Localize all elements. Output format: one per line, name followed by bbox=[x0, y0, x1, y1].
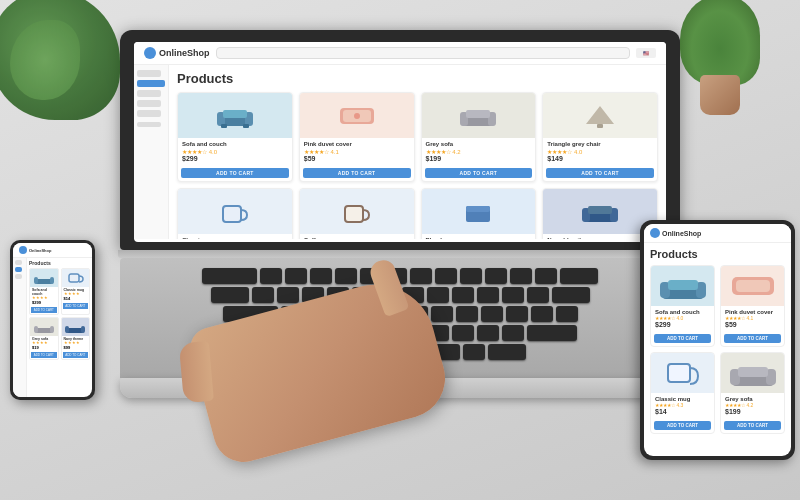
key-4[interactable] bbox=[335, 268, 357, 284]
phone-shop-ui: OnlineShop Products bbox=[13, 243, 92, 397]
key-9[interactable] bbox=[460, 268, 482, 284]
key-ctrl-r[interactable] bbox=[488, 344, 526, 360]
key-k[interactable] bbox=[456, 306, 478, 322]
key-j[interactable] bbox=[431, 306, 453, 322]
svg-rect-30 bbox=[34, 326, 38, 333]
svg-rect-38 bbox=[668, 280, 698, 290]
svg-rect-24 bbox=[588, 206, 612, 214]
svg-point-8 bbox=[354, 113, 360, 119]
laptop-add-cart-1[interactable]: ADD TO CART bbox=[181, 168, 289, 178]
phone-cart-2[interactable]: ADD TO CART bbox=[63, 303, 89, 309]
key-period[interactable] bbox=[477, 325, 499, 341]
key-semicolon[interactable] bbox=[506, 306, 528, 322]
tablet-add-cart-3[interactable]: ADD TO CART bbox=[654, 421, 711, 430]
svg-rect-4 bbox=[221, 124, 227, 128]
tablet-product-card-3[interactable]: Classic mug ★★★★☆ 4.3 $14 ADD TO CART bbox=[650, 352, 715, 434]
key-bracket-r[interactable] bbox=[527, 287, 549, 303]
tablet-right-screen[interactable]: OnlineShop Products Sofa and couch bbox=[644, 224, 791, 456]
laptop-product-card-6[interactable]: Coffee mug ★★★★☆ 4.2 $19 ADD TO CART bbox=[299, 188, 415, 239]
laptop-product-card-2[interactable]: Pink duvet cover ★★★★☆ 4.1 $59 ADD TO CA… bbox=[299, 92, 415, 182]
phone-sidebar-3[interactable] bbox=[15, 274, 22, 279]
tablet-product-price-1: $299 bbox=[655, 321, 710, 328]
key-7[interactable] bbox=[410, 268, 432, 284]
key-shift-r[interactable] bbox=[527, 325, 577, 341]
laptop-product-card-7[interactable]: Blue box ★★★★☆ 4.1 $19 ADD TO CART bbox=[421, 188, 537, 239]
key-bracket-l[interactable] bbox=[502, 287, 524, 303]
tablet-add-cart-2[interactable]: ADD TO CART bbox=[724, 334, 781, 343]
laptop-product-name-7: Blue box bbox=[426, 237, 532, 239]
key-tab[interactable] bbox=[211, 287, 249, 303]
laptop-sidebar-clothing[interactable] bbox=[137, 70, 161, 77]
key-8[interactable] bbox=[435, 268, 457, 284]
laptop-screen[interactable]: OnlineShop 🇺🇸 bbox=[134, 42, 666, 242]
tablet-logo-icon bbox=[650, 228, 660, 238]
tablet-product-info-4: Grey sofa ★★★★☆ 4.2 $199 bbox=[721, 393, 784, 418]
laptop-shop-main: Products Sofa and couch ★★★★☆ 4. bbox=[169, 65, 666, 239]
key-q[interactable] bbox=[252, 287, 274, 303]
plant-left bbox=[0, 0, 120, 120]
key-altgr[interactable] bbox=[463, 344, 485, 360]
key-p[interactable] bbox=[477, 287, 499, 303]
phone-info-4: Navy theme ★★★★ $99 bbox=[62, 336, 90, 351]
phone-cart-3[interactable]: ADD TO CART bbox=[31, 352, 57, 358]
tablet-shop-header: OnlineShop bbox=[644, 224, 791, 243]
phone-card-3[interactable]: Grey sofa ★★★★ $19 ADD TO CART bbox=[29, 317, 59, 360]
phone-card-2[interactable]: Classic mug ★★★★ $14 ADD TO CART bbox=[61, 268, 91, 315]
key-w[interactable] bbox=[277, 287, 299, 303]
laptop-product-card-4[interactable]: Triangle grey chair ★★★★☆ 4.0 $149 ADD T… bbox=[542, 92, 658, 182]
key-3[interactable] bbox=[310, 268, 332, 284]
key-esc bbox=[202, 268, 257, 284]
phone-sidebar-2[interactable] bbox=[15, 267, 22, 272]
tablet-add-cart-1[interactable]: ADD TO CART bbox=[654, 334, 711, 343]
tablet-product-card-4[interactable]: Grey sofa ★★★★☆ 4.2 $199 ADD TO CART bbox=[720, 352, 785, 434]
phone-cart-4[interactable]: ADD TO CART bbox=[63, 352, 89, 358]
laptop-add-cart-3[interactable]: ADD TO CART bbox=[425, 168, 533, 178]
phone-card-1[interactable]: Sofa and couch ★★★★ $299 ADD TO CART bbox=[29, 268, 59, 315]
phone-cart-1[interactable]: ADD TO CART bbox=[31, 307, 57, 313]
tablet-product-card-1[interactable]: Sofa and couch ★★★★☆ 4.0 $299 ADD TO CAR… bbox=[650, 265, 715, 347]
key-0[interactable] bbox=[485, 268, 507, 284]
laptop-add-cart-2[interactable]: ADD TO CART bbox=[303, 168, 411, 178]
tablet-right: OnlineShop Products Sofa and couch bbox=[640, 220, 795, 460]
laptop-product-card-1[interactable]: Sofa and couch ★★★★☆ 4.0 $299 ADD TO CAR… bbox=[177, 92, 293, 182]
tablet-product-info-3: Classic mug ★★★★☆ 4.3 $14 bbox=[651, 393, 714, 418]
tablet-shop-main: Products Sofa and couch ★★★★☆ 4.0 $299 bbox=[644, 243, 791, 439]
phone-sidebar-1[interactable] bbox=[15, 260, 22, 265]
laptop-add-cart-4[interactable]: ADD TO CART bbox=[546, 168, 654, 178]
svg-rect-27 bbox=[50, 277, 54, 284]
key-cedilla[interactable] bbox=[556, 306, 578, 322]
laptop-product-img-5 bbox=[178, 189, 292, 234]
tablet-product-card-2[interactable]: Pink duvet cover ★★★★☆ 4.1 $59 ADD TO CA… bbox=[720, 265, 785, 347]
key-backspace[interactable] bbox=[560, 268, 598, 284]
key-o[interactable] bbox=[452, 287, 474, 303]
phone-name-1: Sofa and couch bbox=[32, 288, 56, 296]
phone-card-4[interactable]: Navy theme ★★★★ $99 ADD TO CART bbox=[61, 317, 91, 360]
key-ntilde[interactable] bbox=[531, 306, 553, 322]
laptop-product-card-3[interactable]: Grey sofa ★★★★☆ 4.2 $199 ADD TO CART bbox=[421, 92, 537, 182]
laptop-sidebar-home[interactable] bbox=[137, 80, 165, 87]
key-minus[interactable] bbox=[510, 268, 532, 284]
phone-price-2: $14 bbox=[64, 296, 88, 301]
phone-left-screen[interactable]: OnlineShop Products bbox=[13, 243, 92, 397]
key-equal[interactable] bbox=[535, 268, 557, 284]
tablet-shop-ui: OnlineShop Products Sofa and couch bbox=[644, 224, 791, 456]
key-enter[interactable] bbox=[552, 287, 590, 303]
key-comma[interactable] bbox=[452, 325, 474, 341]
key-i[interactable] bbox=[427, 287, 449, 303]
key-2[interactable] bbox=[285, 268, 307, 284]
laptop-sidebar-terms[interactable] bbox=[137, 122, 161, 127]
laptop-product-price-4: $149 bbox=[547, 155, 653, 162]
laptop-product-card-5[interactable]: Classic mug ★★★★☆ 4.3 $14 ADD TO CART bbox=[177, 188, 293, 239]
laptop-sidebar-books[interactable] bbox=[137, 110, 161, 117]
laptop-search-bar[interactable] bbox=[216, 47, 631, 59]
laptop-product-info-1: Sofa and couch ★★★★☆ 4.0 $299 bbox=[178, 138, 292, 165]
laptop-sidebar bbox=[134, 65, 169, 239]
laptop-sidebar-sports[interactable] bbox=[137, 100, 161, 107]
key-l[interactable] bbox=[481, 306, 503, 322]
laptop-product-name-2: Pink duvet cover bbox=[304, 141, 410, 147]
key-1[interactable] bbox=[260, 268, 282, 284]
key-slash[interactable] bbox=[502, 325, 524, 341]
laptop-sidebar-kitchen[interactable] bbox=[137, 90, 161, 97]
tablet-add-cart-4[interactable]: ADD TO CART bbox=[724, 421, 781, 430]
laptop-product-img-4 bbox=[543, 93, 657, 138]
